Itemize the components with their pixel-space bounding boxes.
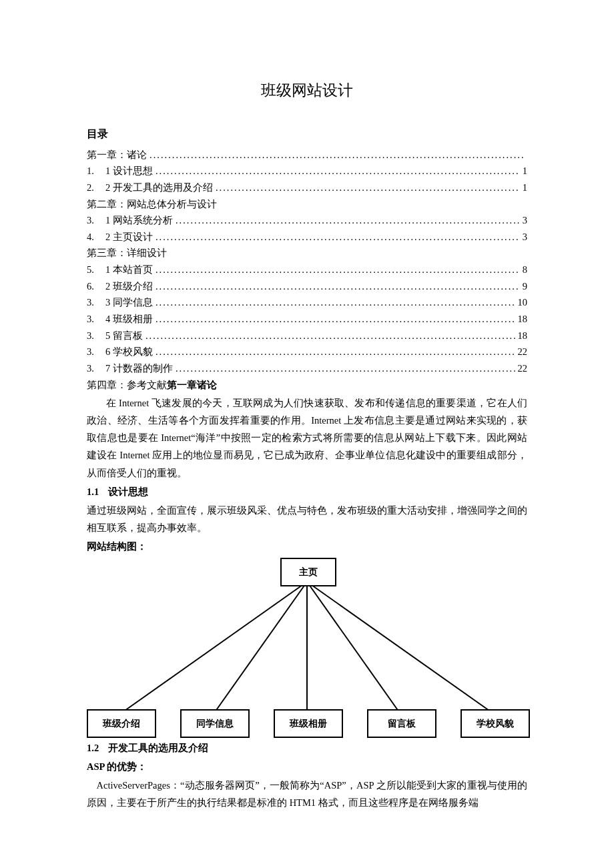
toc-page: 1 <box>523 163 527 179</box>
diagram-root-node: 主页 <box>280 558 336 586</box>
table-of-contents: 第一章：诸论 1. 1 设计思想 1 2. 2 开发工具的选用及介绍 1 第二章… <box>87 147 527 394</box>
toc-page: 10 <box>518 294 528 311</box>
toc-label: 2 班级介绍 <box>105 278 153 295</box>
diagram-node: 班级相册 <box>274 709 343 738</box>
toc-leader-dots <box>156 311 515 328</box>
svg-line-3 <box>307 582 400 714</box>
toc-row: 3. 4 班级相册 18 <box>87 311 527 328</box>
toc-heading: 目录 <box>87 125 527 144</box>
toc-row: 3. 6 学校风貌 22 <box>87 344 527 360</box>
toc-page: 8 <box>523 262 527 278</box>
toc-num: 3. <box>87 344 105 360</box>
toc-row: 6. 2 班级介绍 9 <box>87 278 527 295</box>
toc-row: 3. 1 网站系统分析 3 <box>87 212 527 229</box>
toc-leader-dots <box>156 278 520 295</box>
toc-label: 1 设计思想 <box>105 163 153 179</box>
toc-page: 22 <box>518 360 528 377</box>
toc-num: 4. <box>87 229 105 246</box>
toc-page: 18 <box>518 328 528 344</box>
document-title: 班级网站设计 <box>87 77 527 104</box>
intro-paragraph: 在 Internet 飞速发展的今天，互联网成为人们快速获取、发布和传递信息的重… <box>87 394 527 481</box>
toc-chapter-2: 第二章：网站总体分析与设计 <box>87 196 527 213</box>
toc-label: 3 同学信息 <box>105 294 153 311</box>
toc-leader-dots <box>156 262 520 278</box>
toc-leader-dots <box>176 212 520 229</box>
toc-chapter-3: 第三章：详细设计 <box>87 245 527 262</box>
toc-label: 1 网站系统分析 <box>105 212 173 229</box>
toc-label: 2 主页设计 <box>105 229 153 246</box>
toc-leader-dots <box>156 163 520 179</box>
toc-label: 6 学校风貌 <box>105 344 153 360</box>
toc-page: 9 <box>523 278 527 295</box>
svg-line-4 <box>307 582 494 714</box>
toc-chapter-1: 第一章：诸论 <box>87 147 527 163</box>
toc-leader-dots <box>156 229 520 246</box>
toc-page: 3 <box>523 212 527 229</box>
toc-label: 2 开发工具的选用及介绍 <box>105 179 213 196</box>
site-structure-diagram: 主页 班级介绍 同学信息 班级相册 留言板 学校风貌 <box>87 558 527 738</box>
toc-label: 第一章：诸论 <box>87 147 147 163</box>
diagram-node: 同学信息 <box>180 709 250 738</box>
section-1-1-paragraph: 通过班级网站，全面宣传，展示班级风采、优点与特色，发布班级的重大活动安排，增强同… <box>87 502 527 536</box>
toc-leader-dots <box>176 360 515 377</box>
toc-leader-dots <box>216 179 520 196</box>
toc-label: 7 计数器的制作 <box>105 360 173 377</box>
diagram-node: 留言板 <box>367 709 436 738</box>
chapter1-heading-inline: 第一章诸论 <box>167 380 217 390</box>
toc-row: 3. 3 同学信息 10 <box>87 294 527 311</box>
toc-num: 2. <box>87 179 105 196</box>
toc-row: 4. 2 主页设计 3 <box>87 229 527 246</box>
toc-leader-dots <box>156 294 515 311</box>
section-1-1-text: 设计思想 <box>108 486 148 497</box>
svg-line-1 <box>214 582 307 714</box>
toc-num: 3. <box>87 294 105 311</box>
section-1-2-num: 1.2 <box>87 743 99 753</box>
toc-num: 1. <box>87 163 105 179</box>
diagram-node: 学校风貌 <box>460 709 530 738</box>
toc-page: 18 <box>518 311 528 328</box>
section-1-2-text: 开发工具的选用及介绍 <box>108 743 208 753</box>
toc-label: 5 留言板 <box>105 328 143 344</box>
section-1-1-heading: 1.1设计思想 <box>87 483 527 500</box>
toc-chapter-4-prefix: 第四章：参考文献 <box>87 380 167 390</box>
asp-advantages-heading: ASP 的优势： <box>87 758 527 775</box>
toc-page: 1 <box>523 179 527 196</box>
toc-num: 6. <box>87 278 105 295</box>
toc-num: 3. <box>87 311 105 328</box>
toc-num: 3. <box>87 328 105 344</box>
structure-diagram-heading: 网站结构图： <box>87 538 527 555</box>
toc-label: 4 班级相册 <box>105 311 153 328</box>
toc-chapter-4: 第四章：参考文献第一章诸论 <box>87 377 527 394</box>
toc-row: 2. 2 开发工具的选用及介绍 1 <box>87 179 527 196</box>
toc-num: 5. <box>87 262 105 278</box>
toc-leader-dots <box>149 147 525 163</box>
diagram-node: 班级介绍 <box>87 709 156 738</box>
svg-line-0 <box>120 582 307 714</box>
toc-leader-dots <box>145 328 515 344</box>
asp-paragraph: ActiveServerPages：“动态服务器网页”，一般简称为“ASP”，A… <box>87 777 527 811</box>
section-1-2-heading: 1.2开发工具的选用及介绍 <box>87 739 527 757</box>
toc-row: 5. 1 本站首页 8 <box>87 262 527 278</box>
toc-page: 22 <box>518 344 528 360</box>
toc-row: 3. 7 计数器的制作 22 <box>87 360 527 377</box>
toc-row: 3. 5 留言板 18 <box>87 328 527 344</box>
toc-label: 1 本站首页 <box>105 262 153 278</box>
toc-page: 3 <box>523 229 527 246</box>
section-1-1-num: 1.1 <box>87 486 99 497</box>
toc-row: 1. 1 设计思想 1 <box>87 163 527 179</box>
toc-leader-dots <box>156 344 515 360</box>
toc-num: 3. <box>87 212 105 229</box>
toc-num: 3. <box>87 360 105 377</box>
